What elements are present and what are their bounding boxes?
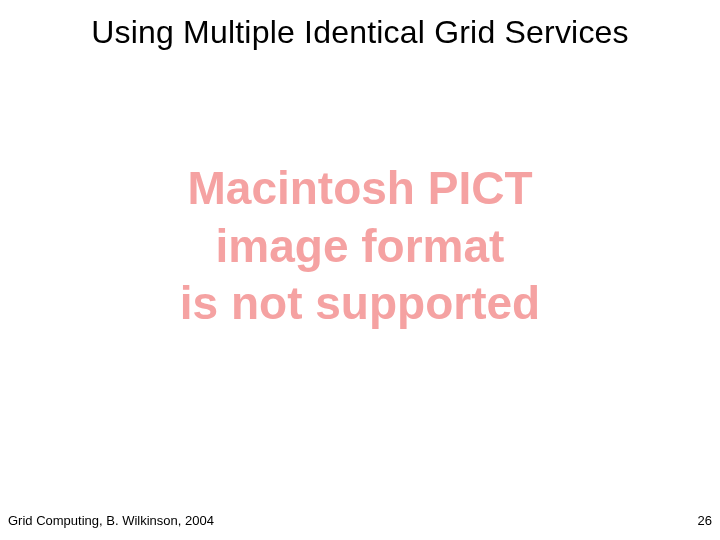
placeholder-line-1: Macintosh PICT — [0, 160, 720, 218]
page-number: 26 — [698, 513, 712, 528]
image-placeholder-message: Macintosh PICT image format is not suppo… — [0, 160, 720, 333]
placeholder-line-3: is not supported — [0, 275, 720, 333]
slide-title: Using Multiple Identical Grid Services — [0, 14, 720, 51]
footer-citation: Grid Computing, B. Wilkinson, 2004 — [8, 513, 214, 528]
placeholder-line-2: image format — [0, 218, 720, 276]
